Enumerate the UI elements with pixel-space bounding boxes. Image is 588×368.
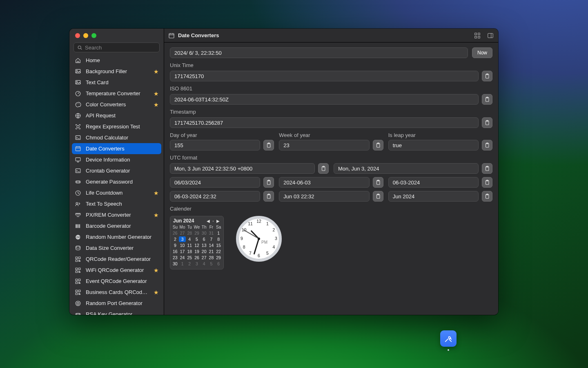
calendar-day-other[interactable]: 1 — [179, 261, 186, 267]
copy-timestamp-button[interactable] — [482, 117, 492, 128]
calendar-day-other[interactable]: 4 — [200, 261, 208, 267]
calendar-day[interactable]: 18 — [186, 249, 193, 254]
copy-leap-button[interactable] — [482, 140, 492, 150]
sidebar-item[interactable]: Crontab Generator — [69, 165, 164, 176]
calendar-day-other[interactable]: 28 — [186, 230, 193, 236]
calendar-widget[interactable]: Jun 2024 ◀ ◦ ▶ SuMoTuWeThFrSa26272829303… — [170, 216, 224, 269]
date-input[interactable]: 2024/ 6/ 3, 22:32:50 — [170, 47, 468, 58]
iso-value[interactable]: 2024-06-03T14:32:50Z — [170, 94, 479, 105]
unix-time-value[interactable]: 1717425170 — [170, 71, 479, 81]
calendar-day[interactable]: 28 — [208, 255, 215, 260]
sidebar-item[interactable]: PX/REM Converter★ — [69, 209, 164, 220]
sidebar-item[interactable]: Chmod Calculator — [69, 132, 164, 143]
minimize-icon[interactable] — [83, 33, 88, 38]
sidebar-item[interactable]: Random Number Generator — [69, 231, 164, 242]
sidebar-item[interactable]: RSA Key Generator — [69, 309, 164, 315]
search-field[interactable] — [74, 43, 160, 52]
calendar-day-other[interactable]: 29 — [193, 230, 200, 236]
date-format-value[interactable]: 06/03/2024 — [170, 177, 260, 188]
sidebar-item[interactable]: Life Countdown★ — [69, 187, 164, 198]
calendar-day[interactable]: 25 — [186, 255, 193, 260]
sidebar-item[interactable]: Business Cards QRCode...★ — [69, 287, 164, 298]
calendar-day[interactable]: 10 — [179, 242, 186, 248]
calendar-day[interactable]: 14 — [208, 242, 215, 248]
calendar-day[interactable]: 7 — [208, 236, 215, 242]
calendar-day[interactable]: 5 — [193, 236, 200, 242]
now-button[interactable]: Now — [472, 47, 492, 58]
fullscreen-icon[interactable] — [91, 33, 96, 38]
copy-unix-button[interactable] — [482, 71, 492, 81]
calendar-today-icon[interactable]: ◦ — [211, 218, 216, 223]
calendar-day-other[interactable]: 26 — [172, 230, 179, 236]
calendar-day[interactable]: 6 — [200, 236, 208, 242]
calendar-prev-icon[interactable]: ◀ — [206, 218, 211, 223]
calendar-next-icon[interactable]: ▶ — [216, 218, 220, 223]
sidebar-item[interactable]: Barcode Generator — [69, 220, 164, 231]
sidebar-item[interactable]: Event QRCode Generator — [69, 276, 164, 287]
week-of-year-value[interactable]: 23 — [279, 140, 369, 150]
calendar-day[interactable]: 13 — [200, 242, 208, 248]
calendar-day[interactable]: 8 — [215, 236, 222, 242]
calendar-day[interactable]: 30 — [172, 261, 179, 267]
dock-app-icon[interactable] — [440, 330, 457, 347]
copy-format-button[interactable] — [482, 177, 492, 188]
date-format-value[interactable]: Jun 03 22:32 — [279, 191, 369, 202]
timestamp-value[interactable]: 1717425170.256287 — [170, 117, 479, 128]
leap-year-value[interactable]: true — [388, 140, 479, 150]
calendar-day[interactable]: 19 — [193, 249, 200, 254]
sidebar-item[interactable]: Regex Expression Test — [69, 121, 164, 132]
close-icon[interactable] — [75, 33, 80, 38]
sidebar-item[interactable]: API Request — [69, 110, 164, 121]
copy-format-button[interactable] — [373, 177, 383, 188]
sidebar-item[interactable]: Background Filler★ — [69, 66, 164, 77]
sidebar-item[interactable]: QRCode Reader/Generator — [69, 254, 164, 265]
panel-toggle-icon[interactable] — [487, 32, 494, 39]
calendar-day[interactable]: 15 — [215, 242, 222, 248]
copy-format-button[interactable] — [263, 177, 274, 188]
calendar-day-other[interactable]: 27 — [179, 230, 186, 236]
copy-iso-button[interactable] — [482, 94, 492, 105]
calendar-day-other[interactable]: 3 — [193, 261, 200, 267]
grid-view-icon[interactable] — [474, 32, 481, 39]
calendar-day[interactable]: 22 — [215, 249, 222, 254]
sidebar-item[interactable]: Date Converters — [72, 143, 161, 154]
search-input[interactable] — [85, 45, 156, 51]
calendar-day[interactable]: 26 — [193, 255, 200, 260]
copy-utc2-button[interactable] — [482, 163, 492, 174]
copy-woy-button[interactable] — [373, 140, 383, 150]
calendar-day-other[interactable]: 31 — [208, 230, 215, 236]
calendar-day[interactable]: 9 — [172, 242, 179, 248]
sidebar-item[interactable]: Generate Password — [69, 176, 164, 187]
calendar-day[interactable]: 1 — [215, 230, 222, 236]
calendar-day[interactable]: 20 — [200, 249, 208, 254]
calendar-day[interactable]: 4 — [186, 236, 193, 242]
copy-format-button[interactable] — [263, 191, 274, 202]
calendar-day[interactable]: 17 — [179, 249, 186, 254]
calendar-day[interactable]: 11 — [186, 242, 193, 248]
calendar-day[interactable]: 23 — [172, 255, 179, 260]
copy-format-button[interactable] — [482, 191, 492, 202]
day-of-year-value[interactable]: 155 — [170, 140, 260, 150]
calendar-day[interactable]: 27 — [200, 255, 208, 260]
sidebar-item[interactable]: Text To Speech — [69, 198, 164, 209]
copy-utc1-button[interactable] — [318, 163, 329, 174]
date-format-value[interactable]: 06-03-2024 22:32 — [170, 191, 260, 202]
calendar-day[interactable]: 2 — [172, 236, 179, 242]
calendar-day[interactable]: 24 — [179, 255, 186, 260]
utc-value-1[interactable]: Mon, 3 Jun 2024 22:32:50 +0800 — [170, 163, 315, 174]
calendar-day-other[interactable]: 5 — [208, 261, 215, 267]
calendar-day[interactable]: 29 — [215, 255, 222, 260]
date-format-value[interactable]: Jun 2024 — [388, 191, 479, 202]
utc-value-2[interactable]: Mon, Jun 3, 2024 — [334, 163, 479, 174]
sidebar-item[interactable]: Data Size Converter — [69, 242, 164, 254]
sidebar-item[interactable]: Device Information — [69, 154, 164, 165]
sidebar-item[interactable]: Text Card — [69, 77, 164, 88]
date-format-value[interactable]: 06-03-2024 — [388, 177, 479, 188]
calendar-day-other[interactable]: 2 — [186, 261, 193, 267]
sidebar-item[interactable]: Home — [69, 55, 164, 66]
calendar-day-other[interactable]: 30 — [200, 230, 208, 236]
sidebar-item[interactable]: Temperature Converter★ — [69, 88, 164, 99]
calendar-day[interactable]: 12 — [193, 242, 200, 248]
sidebar-item[interactable]: WiFi QRCode Generator★ — [69, 265, 164, 276]
calendar-day-today[interactable]: 3 — [179, 236, 186, 242]
